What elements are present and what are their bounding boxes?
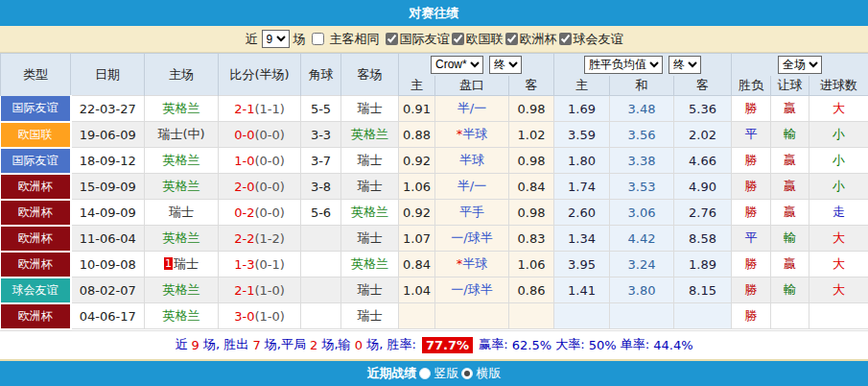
corner-score bbox=[301, 303, 341, 329]
home-team-name: 瑞士 bbox=[169, 205, 194, 219]
games-suffix-label: 场 bbox=[293, 31, 306, 48]
table-row: 国际友谊 18-09-12 英格兰 1-0(0-0) 3-7 瑞士 0.92 半… bbox=[1, 148, 868, 174]
subcol-handicap-away: 客 bbox=[509, 76, 554, 96]
filter-option[interactable]: 欧洲杯 bbox=[504, 31, 557, 48]
same-venue-checkbox[interactable] bbox=[312, 33, 324, 45]
result-winloss: 平 bbox=[732, 122, 771, 148]
result-handicap: 贏 bbox=[771, 148, 809, 174]
halftime-score: (1-0) bbox=[254, 283, 284, 298]
odds-home: 1.69 bbox=[554, 96, 610, 122]
filter-option[interactable]: 国际友谊 bbox=[384, 31, 450, 48]
odds-away: 2.76 bbox=[674, 200, 732, 226]
result-goals: 大 bbox=[809, 96, 868, 122]
result-goals: 大 bbox=[809, 226, 868, 252]
result-winloss: 勝 bbox=[732, 200, 771, 226]
win-rate-badge: 77.7% bbox=[422, 337, 473, 353]
corner-score: 3-3 bbox=[301, 122, 341, 148]
odds-time-select[interactable]: 终 bbox=[669, 56, 701, 74]
fulltime-score: 2-0 bbox=[234, 180, 254, 194]
same-venue-option[interactable]: 主客相同 bbox=[310, 31, 380, 48]
filter-checkbox[interactable] bbox=[386, 33, 398, 45]
games-count-select[interactable]: 9 bbox=[262, 30, 290, 48]
handicap-home-odds bbox=[399, 303, 435, 329]
filter-option[interactable]: 球会友谊 bbox=[557, 31, 623, 48]
match-type-badge: 欧洲杯 bbox=[1, 303, 71, 329]
corner-score bbox=[301, 252, 341, 277]
corner-score: 3-8 bbox=[301, 174, 341, 200]
subcol-odds-away: 客 bbox=[674, 76, 732, 96]
score-cell: 2-0(0-0) bbox=[219, 174, 301, 200]
summary-text: 9 bbox=[192, 338, 199, 352]
result-winloss: 勝 bbox=[732, 174, 771, 200]
result-winloss: 勝 bbox=[732, 303, 771, 329]
footer-bar: 近期战绩 竖版横版 bbox=[0, 359, 868, 386]
match-date: 15-09-09 bbox=[71, 174, 145, 200]
result-handicap: 輸 bbox=[771, 277, 809, 303]
handicap-text: 一/球半 bbox=[451, 282, 492, 297]
odds-away bbox=[674, 303, 732, 329]
same-venue-label: 主客相同 bbox=[330, 31, 380, 48]
corner-score: 5-5 bbox=[301, 96, 341, 122]
odds-home: 1.41 bbox=[554, 277, 610, 303]
summary-text: 2 bbox=[310, 338, 317, 352]
halftime-score: (0-0) bbox=[254, 128, 284, 142]
away-team: 英格兰 bbox=[341, 252, 399, 277]
halftime-score: (0-1) bbox=[254, 257, 284, 272]
fulltime-score: 1-3 bbox=[234, 257, 254, 272]
table-row: 欧国联 19-06-09 瑞士(中) 0-0(0-0) 3-3 英格兰 0.88… bbox=[1, 122, 868, 148]
home-team: 英格兰 bbox=[145, 226, 219, 252]
score-cell: 0-0(0-0) bbox=[219, 122, 301, 148]
corner-score bbox=[301, 277, 341, 303]
odds-home: 1.34 bbox=[554, 226, 610, 252]
odds-draw: 3.48 bbox=[610, 96, 674, 122]
handicap-group-header: Crow* 终 bbox=[399, 54, 554, 76]
odds-type-select[interactable]: 胜平负均值 bbox=[584, 56, 663, 74]
subcol-handicap-line: 盘口 bbox=[435, 76, 509, 96]
summary-text: 50% bbox=[589, 338, 617, 352]
filter-label: 欧洲杯 bbox=[520, 31, 557, 48]
handicap-line: 一/球半 bbox=[435, 226, 509, 252]
handicap-text: 平手 bbox=[459, 205, 484, 219]
summary-text: 单率: bbox=[617, 336, 654, 353]
result-handicap: 輸 bbox=[771, 226, 809, 252]
match-history-table: 类型 日期 主场 比分(半场) 角球 客场 Crow* 终 胜平负均值 终 bbox=[0, 53, 868, 330]
filter-checkbox[interactable] bbox=[559, 33, 572, 45]
home-team-name: 瑞士 bbox=[174, 256, 199, 271]
match-date: 18-09-12 bbox=[71, 148, 145, 174]
filter-option[interactable]: 欧国联 bbox=[450, 31, 504, 48]
odds-away: 4.66 bbox=[674, 148, 732, 174]
handicap-away-odds: 0.98 bbox=[509, 200, 554, 226]
odds-home: 2.60 bbox=[554, 200, 610, 226]
bookmaker-select[interactable]: Crow* bbox=[431, 56, 483, 74]
layout-radio-label[interactable]: 横版 bbox=[477, 365, 502, 382]
handicap-line: *半球 bbox=[435, 252, 509, 277]
fulltime-score: 3-0 bbox=[234, 309, 254, 324]
odds-away: 8.58 bbox=[674, 226, 732, 252]
home-team-name: 英格兰 bbox=[163, 101, 200, 115]
handicap-line: 半/一 bbox=[435, 96, 509, 122]
filter-checkbox[interactable] bbox=[505, 33, 518, 45]
table-row: 欧洲杯 11-06-04 英格兰 2-2(1-2) 瑞士 1.07 一/球半 0… bbox=[1, 226, 868, 252]
result-handicap: 贏 bbox=[771, 200, 809, 226]
handicap-away-odds bbox=[509, 303, 554, 329]
col-header-home: 主场 bbox=[145, 54, 219, 96]
layout-radio[interactable] bbox=[461, 368, 473, 379]
result-winloss: 平 bbox=[732, 226, 771, 252]
handicap-time-select[interactable]: 终 bbox=[489, 56, 522, 74]
fulltime-score: 0-0 bbox=[234, 128, 254, 142]
handicap-home-odds: 1.07 bbox=[399, 226, 435, 252]
result-goals: 大 bbox=[809, 252, 868, 277]
handicap-away-odds: 0.83 bbox=[509, 226, 554, 252]
summary-text: 0 bbox=[355, 338, 363, 352]
score-cell: 2-1(1-1) bbox=[219, 96, 301, 122]
filter-checkbox[interactable] bbox=[452, 33, 464, 45]
layout-radio-label[interactable]: 竖版 bbox=[434, 365, 459, 382]
result-goals: 小 bbox=[809, 148, 868, 174]
odds-draw: 3.53 bbox=[610, 174, 674, 200]
panel-title-bar: 对赛往绩 bbox=[0, 0, 868, 26]
subcol-odds-home: 主 bbox=[554, 76, 610, 96]
handicap-home-odds: 0.91 bbox=[399, 96, 435, 122]
layout-radio[interactable] bbox=[419, 368, 431, 379]
scope-select[interactable]: 全场 bbox=[778, 56, 822, 74]
summary-text: 场,平局 bbox=[261, 336, 310, 353]
